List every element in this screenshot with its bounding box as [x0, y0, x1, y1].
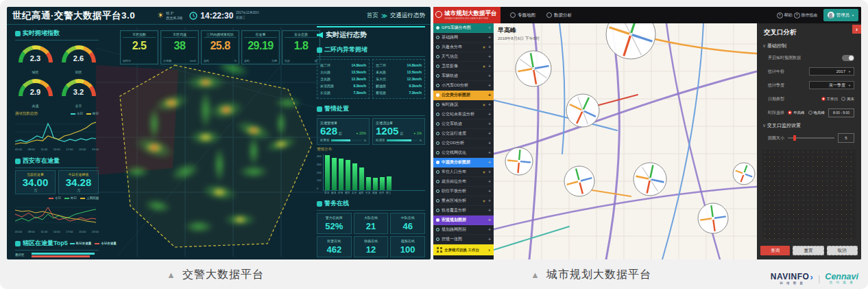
sidebar-layer-row[interactable]: 就业岗位分布	[433, 177, 494, 187]
sidebar-layer-row[interactable]: 常住人口分布 ☀	[433, 167, 494, 177]
section-monitor-settings[interactable]: 交叉口监控设置	[757, 119, 861, 130]
incident-bar	[332, 158, 337, 190]
layer-add-icon[interactable]	[488, 25, 491, 30]
progress-percent-sign: %	[419, 139, 422, 142]
sidebar-layer-row[interactable]: 轨道覆盖分析	[433, 206, 494, 216]
abnormal-street-row: 北二环 14.8km/h	[376, 62, 422, 69]
layer-add-icon[interactable]	[488, 141, 491, 146]
circle-size-slider[interactable]	[788, 137, 834, 139]
topbar-menu-item[interactable]: 数据分析	[546, 12, 572, 19]
sidebar-layer-row[interactable]: 实时路况 ☀	[433, 100, 494, 110]
sidebar-layer-row[interactable]: 公交线网优化	[433, 148, 494, 158]
kpi-chip-value: 25.8	[204, 40, 237, 52]
user-name: 管理员	[836, 12, 850, 19]
topbar-help-item[interactable]: ? 帮助	[777, 12, 793, 19]
layer-add-icon[interactable]	[488, 150, 491, 155]
topbar-help-item[interactable]: ? 操作指南	[794, 12, 818, 19]
slider-knob[interactable]	[793, 135, 796, 141]
layer-add-icon[interactable]	[488, 73, 491, 78]
layer-add-icon[interactable]	[488, 122, 491, 126]
breadcrumb-home[interactable]: 首页	[367, 12, 378, 20]
radio-icon	[808, 111, 812, 115]
kpi-chip-unit: km/h	[190, 59, 196, 62]
sidebar-layer-row[interactable]: GPS车辆分布图	[433, 23, 494, 33]
layer-label: 基础路网	[442, 34, 480, 41]
planning-map[interactable]: 早高峰 2018年8月6日 下午5时	[494, 23, 757, 259]
layer-add-icon[interactable]	[488, 237, 491, 242]
radio-option[interactable]: 早高峰	[788, 111, 805, 115]
sidebar-layer-row[interactable]: 公交运行速度	[433, 129, 494, 139]
congestion-trend-title: 拥堵指数趋势	[15, 111, 38, 116]
layer-add-icon[interactable]	[488, 83, 491, 88]
street-name: 东大街	[376, 76, 386, 82]
runtime-title: 实时运行态势	[326, 30, 367, 40]
sidebar-layer-row[interactable]: 公交车轨迹	[433, 119, 494, 129]
panel-collapse-button[interactable]	[852, 25, 861, 34]
topbar-menu-item[interactable]: 专题地图	[510, 12, 535, 19]
sidebar-layer-row[interactable]: 天气信息	[433, 52, 494, 62]
incident-value: 628	[320, 125, 337, 137]
layer-add-icon[interactable]	[488, 64, 491, 69]
sidebar-layer-row[interactable]: 公交站点客流分析	[433, 110, 494, 119]
layer-add-icon[interactable]	[488, 208, 491, 213]
panel-button[interactable]: 重置	[793, 246, 823, 255]
kpi-chip: 在途量 29.19 实时 万辆	[241, 30, 280, 65]
layer-add-icon[interactable]	[488, 93, 491, 97]
layer-add-icon[interactable]	[488, 179, 491, 184]
layer-add-icon[interactable]	[488, 45, 491, 49]
top5-legend: 昨日在途量 今日在途量	[70, 242, 117, 245]
radio-option[interactable]: 周末	[841, 97, 854, 102]
menu-circle-icon	[546, 12, 552, 18]
sidebar-layer-row[interactable]: 重点区域分析 ☀	[433, 196, 494, 206]
layer-dot-icon	[436, 65, 439, 68]
radio-option[interactable]: 工作日	[821, 97, 839, 102]
incident-stat-box: 交通警情量 628 起 20% 处置率 %	[317, 118, 370, 145]
y-tick: 200	[317, 171, 322, 174]
layer-add-icon[interactable]	[488, 131, 491, 136]
sidebar-layer-row[interactable]: 车辆轨迹	[433, 71, 494, 81]
fullscreen-toggle-bar[interactable]: 全屏模式切换 工作台 ›	[433, 244, 494, 255]
incident-bar	[373, 178, 378, 190]
abnormal-street-row: 未央路 13.5km/h	[376, 69, 422, 76]
layer-add-icon[interactable]	[488, 112, 491, 117]
circle-size-value[interactable]: 5	[838, 133, 854, 143]
legend-swatch	[70, 243, 75, 244]
layer-add-icon[interactable]	[488, 102, 491, 107]
section-basic-control[interactable]: 基础控制	[757, 40, 861, 51]
breadcrumb-current[interactable]: 交通运行态势	[390, 12, 425, 20]
peak-label: 早高峰	[498, 26, 540, 35]
realtime-toggle-switch[interactable]	[842, 55, 854, 61]
sidebar-layer-row[interactable]: 公交OD分析	[433, 139, 494, 148]
sidebar-layer-row[interactable]: 控规一张图	[433, 235, 494, 244]
user-chip[interactable]: 管理员 ▼	[823, 9, 858, 21]
quarter-select[interactable]: 第一季度 ▼	[809, 81, 854, 89]
layer-add-icon[interactable]	[488, 227, 491, 232]
sidebar-layer-row[interactable]: 宏观规划图层	[433, 216, 494, 225]
sidebar-layer-row[interactable]: 职住平衡分析	[433, 187, 494, 196]
street-name: 解放路	[376, 82, 386, 89]
radio-option[interactable]: 晚高峰	[808, 111, 825, 115]
layer-add-icon[interactable]	[488, 218, 491, 222]
layer-extra-icon: ☀	[482, 65, 486, 69]
year-select[interactable]: 2017 ▼	[809, 67, 854, 76]
sidebar-layer-row[interactable]: 中观类分析图层	[433, 158, 494, 167]
sidebar-layer-row[interactable]: 规划路网图层	[433, 225, 494, 235]
panel-button[interactable]: 取消	[827, 246, 858, 255]
sidebar-layer-row[interactable]: 卫星影像 ☀	[433, 62, 494, 71]
panel-button[interactable]: 查询	[760, 246, 790, 255]
triangle-marker-icon: ▲	[167, 270, 176, 279]
sidebar-layer-row[interactable]: 基础路网	[433, 33, 494, 43]
layer-add-icon[interactable]	[488, 160, 491, 165]
sidebar-layer-row[interactable]: 兴趣点分布 ☀	[433, 43, 494, 52]
custom-time-input[interactable]: 8:00 - 9:00	[828, 108, 854, 117]
kpi-chip-footer: 实时 万辆	[244, 59, 277, 62]
sidebar-layer-row[interactable]: 小汽车OD分析	[433, 81, 494, 91]
incident-value-row: 628 起 20%	[320, 125, 366, 137]
layer-add-icon[interactable]	[488, 170, 491, 174]
layer-dot-icon	[436, 93, 439, 97]
layer-add-icon[interactable]	[488, 189, 491, 194]
layer-add-icon[interactable]	[488, 54, 491, 59]
layer-add-icon[interactable]	[488, 35, 491, 40]
sidebar-layer-row[interactable]: 公交类分析图层	[433, 91, 494, 100]
layer-add-icon[interactable]	[488, 198, 491, 203]
